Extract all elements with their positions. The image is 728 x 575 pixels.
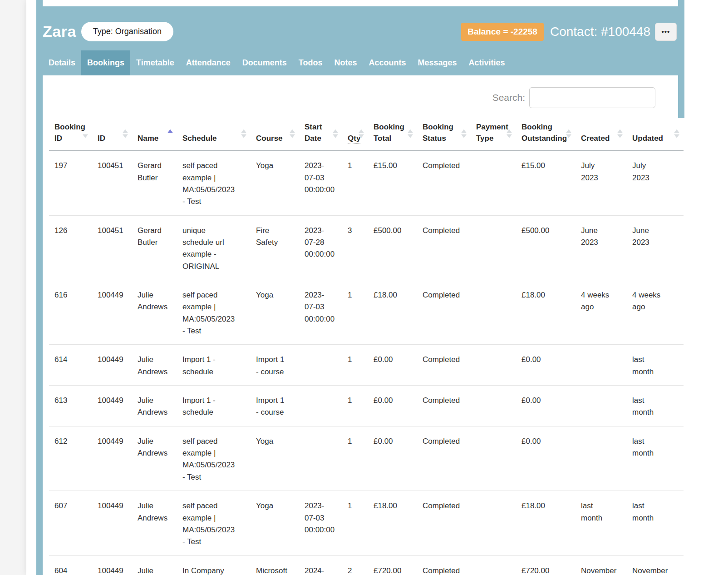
table-row[interactable]: 612100449Julie Andrewsself paced example… [49, 426, 684, 491]
cell-booking_status: Completed [417, 150, 471, 215]
cell-qty: 1 [342, 150, 368, 215]
tab-accounts[interactable]: Accounts [363, 50, 412, 75]
tab-attendance[interactable]: Attendance [180, 50, 236, 75]
cell-booking_status: Completed [417, 426, 471, 491]
cell-qty: 1 [342, 491, 368, 555]
column-header-name[interactable]: Name [132, 118, 177, 150]
column-header-id[interactable]: ID [92, 118, 132, 150]
column-header-qty[interactable]: Qty [342, 118, 368, 150]
tab-bookings[interactable]: Bookings [81, 50, 130, 75]
sort-toggle-icon [241, 129, 246, 138]
column-header-booking_total[interactable]: Booking Total [368, 118, 417, 150]
table-row[interactable]: 613100449Julie AndrewsImport 1 - schedul… [49, 386, 684, 426]
cell-created [576, 345, 627, 386]
sort-toggle-icon [617, 129, 623, 138]
column-label: Schedule [182, 134, 217, 143]
column-label: Booking Status [423, 123, 453, 143]
tab-messages[interactable]: Messages [412, 50, 462, 75]
search-label: Search: [492, 92, 525, 103]
tabs: DetailsBookingsTimetableAttendanceDocume… [36, 50, 684, 75]
cell-booking_total: £500.00 [368, 215, 417, 280]
cell-booking_outstanding: £15.00 [516, 150, 576, 215]
cell-start_date: 2023-07-03 00:00:00 [299, 491, 342, 555]
cell-course: Fire Safety [251, 215, 299, 280]
table-row[interactable]: 604100449Julie AndrewsIn Company schedul… [49, 555, 684, 575]
cell-payment_type [471, 280, 516, 345]
cell-payment_type [471, 491, 516, 555]
tab-documents[interactable]: Documents [236, 50, 293, 75]
column-header-booking_id[interactable]: Booking ID [49, 118, 92, 150]
column-header-course[interactable]: Course [251, 118, 299, 150]
column-header-created[interactable]: Created [576, 118, 627, 150]
ellipsis-icon: ••• [662, 28, 670, 35]
table-body: 197100451Gerard Butlerself paced example… [49, 150, 684, 575]
cell-booking_status: Completed [417, 386, 471, 426]
sort-toggle-icon [674, 129, 679, 138]
cell-updated: July 2023 [627, 150, 684, 215]
bookings-table: Booking IDIDNameScheduleCourseStart Date… [49, 118, 684, 575]
sort-toggle-icon [290, 129, 295, 138]
cell-booking_status: Completed [417, 280, 471, 345]
cell-qty: 2 [342, 555, 368, 575]
sort-toggle-icon [408, 129, 413, 138]
cell-created: November 2024 [576, 555, 627, 575]
more-actions-button[interactable]: ••• [655, 23, 677, 41]
tab-activities[interactable]: Activities [463, 50, 511, 75]
cell-booking_status: Completed [417, 345, 471, 386]
cell-id: 100449 [92, 555, 132, 575]
column-header-booking_outstanding[interactable]: Booking Outstanding [516, 118, 576, 150]
column-label: Booking Outstanding [521, 123, 567, 143]
cell-course: Yoga [251, 280, 299, 345]
column-label: Start Date [305, 123, 322, 143]
column-header-updated[interactable]: Updated [627, 118, 684, 150]
cell-booking_id: 616 [49, 280, 92, 345]
cell-start_date: 2023-07-03 00:00:00 [299, 280, 342, 345]
column-label: Booking ID [54, 123, 85, 143]
tab-details[interactable]: Details [43, 50, 81, 75]
cell-created: last month [576, 491, 627, 555]
column-label: ID [98, 134, 105, 143]
contact-card: Zara Type: Organisation Balance = -22258… [36, 0, 684, 575]
cell-qty: 1 [342, 280, 368, 345]
cell-start_date [299, 426, 342, 491]
cell-booking_id: 614 [49, 345, 92, 386]
table-row[interactable]: 126100451Gerard Butlerunique schedule ur… [49, 215, 684, 280]
cell-id: 100449 [92, 345, 132, 386]
sort-toggle-icon [123, 129, 128, 138]
cell-updated: November 2024 [627, 555, 684, 575]
cell-updated: last month [627, 386, 684, 426]
table-row[interactable]: 607100449Julie Andrewsself paced example… [49, 491, 684, 555]
cell-course: Microsoft training [251, 555, 299, 575]
column-header-payment_type[interactable]: Payment Type [471, 118, 516, 150]
cell-booking_status: Completed [417, 215, 471, 280]
column-header-booking_status[interactable]: Booking Status [417, 118, 471, 150]
cell-id: 100451 [92, 215, 132, 280]
tab-notes[interactable]: Notes [328, 50, 363, 75]
tab-todos[interactable]: Todos [293, 50, 329, 75]
sort-toggle-icon [461, 129, 467, 138]
cell-qty: 1 [342, 386, 368, 426]
cell-booking_id: 613 [49, 386, 92, 426]
cell-booking_total: £18.00 [368, 280, 417, 345]
tab-timetable[interactable]: Timetable [130, 50, 180, 75]
cell-payment_type [471, 386, 516, 426]
table-row[interactable]: 616100449Julie Andrewsself paced example… [49, 280, 684, 345]
contact-name: Zara [43, 23, 76, 40]
cell-schedule: self paced example | MA:05/05/2023 - Tes… [177, 491, 251, 555]
column-header-schedule[interactable]: Schedule [177, 118, 251, 150]
column-label: Name [138, 134, 158, 143]
column-header-start_date[interactable]: Start Date [299, 118, 342, 150]
cell-course: Import 1 - course [251, 345, 299, 386]
sort-asc-icon [167, 129, 173, 138]
contact-id: Contact: #100448 [550, 25, 650, 39]
search-input[interactable] [529, 87, 655, 108]
cell-schedule: self paced example | MA:05/05/2023 - Tes… [177, 150, 251, 215]
sort-toggle-icon [566, 129, 571, 138]
cell-booking_total: £0.00 [368, 386, 417, 426]
table-row[interactable]: 614100449Julie AndrewsImport 1 - schedul… [49, 345, 684, 386]
page-card: Zara Type: Organisation Balance = -22258… [26, 0, 728, 575]
cell-payment_type [471, 555, 516, 575]
table-row[interactable]: 197100451Gerard Butlerself paced example… [49, 150, 684, 215]
cell-start_date [299, 345, 342, 386]
cell-booking_status: Completed [417, 555, 471, 575]
